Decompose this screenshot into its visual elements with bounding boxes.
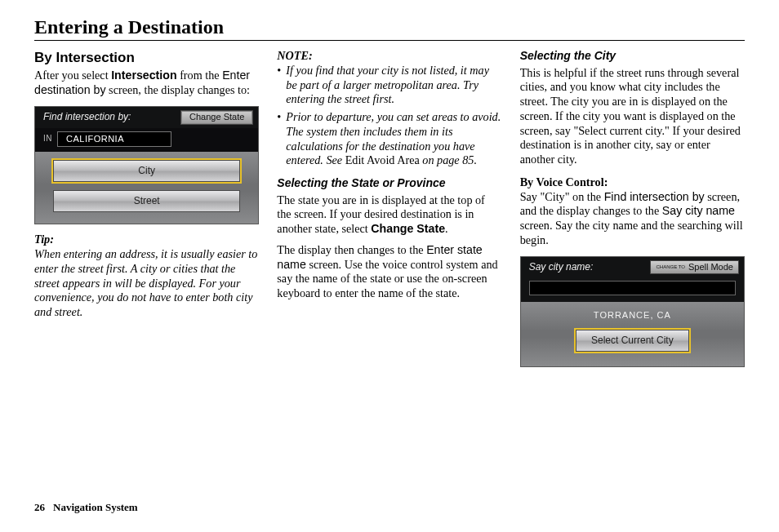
shot1-state-row: IN CALIFORNIA	[35, 128, 258, 153]
text: from the	[177, 69, 223, 82]
title-rule	[34, 40, 745, 41]
t: The display then changes to the	[277, 243, 426, 256]
footer-section-name: Navigation System	[53, 501, 138, 513]
heading-select-state: Selecting the State or Province	[277, 176, 501, 191]
current-city-label: TORRANCE, CA	[594, 310, 671, 321]
spell-mode-button[interactable]: CHANGE TO Spell Mode	[650, 260, 739, 275]
shot2-header: Say city name: CHANGE TO Spell Mode	[521, 257, 744, 278]
state-paragraph-1: The state you are in is displayed at the…	[277, 193, 501, 237]
note-text: Prior to departure, you can set areas to…	[286, 110, 501, 168]
note-item-2: Prior to departure, you can set areas to…	[277, 110, 501, 168]
screenshot-say-city: Say city name: CHANGE TO Spell Mode TORR…	[520, 256, 745, 368]
column-3: Selecting the City This is helpful if th…	[520, 49, 745, 372]
column-1: By Intersection After you select Interse…	[34, 49, 259, 372]
in-label: IN	[43, 134, 52, 144]
t: .	[445, 222, 448, 235]
t-sans: Find intersection by	[604, 190, 705, 203]
state-paragraph-2: The display then changes to the Enter st…	[277, 243, 501, 301]
state-value-box[interactable]: CALIFORNIA	[57, 131, 171, 148]
city-paragraph: This is helpful if the street runs throu…	[520, 66, 745, 167]
bvc-paragraph: Say "City" on the Find intersection by s…	[520, 190, 745, 248]
t: screen. Use the voice control system and…	[277, 258, 497, 300]
t: Say "City" on the	[520, 190, 604, 203]
text: screen, the display changes to:	[106, 83, 251, 96]
t: on page 85.	[420, 153, 477, 166]
select-current-city-button[interactable]: Select Current City	[576, 330, 689, 352]
note-list: If you find that your city is not listed…	[277, 64, 501, 168]
t-bold: Change State	[371, 222, 445, 235]
column-2: NOTE: If you find that your city is not …	[277, 49, 501, 372]
shot2-input-row	[521, 277, 744, 302]
shot1-body: City Street	[35, 152, 258, 224]
heading-select-city: Selecting the City	[520, 49, 745, 64]
text: After you select	[34, 69, 111, 82]
change-state-button[interactable]: Change State	[180, 110, 253, 125]
spell-mode-label: Spell Mode	[688, 262, 733, 273]
change-to-label: CHANGE TO	[656, 264, 684, 269]
note-label: NOTE:	[277, 49, 501, 64]
intro-paragraph: After you select Intersection from the E…	[34, 69, 259, 98]
by-voice-control-label: By Voice Control:	[520, 175, 745, 190]
city-name-input[interactable]	[529, 281, 736, 295]
shot2-title: Say city name:	[529, 261, 644, 273]
city-button[interactable]: City	[53, 160, 240, 182]
note-item-1: If you find that your city is not listed…	[277, 64, 501, 107]
t: screen. Say the city name and the search…	[520, 219, 743, 246]
text-bold: Intersection	[111, 69, 176, 82]
page-title: Entering a Destination	[34, 16, 745, 38]
note-text: If you find that your city is not listed…	[286, 64, 501, 107]
heading-by-intersection: By Intersection	[34, 49, 259, 66]
screenshot-find-intersection: Find intersection by: Change State IN CA…	[34, 106, 259, 225]
t-nonitalic: Edit Avoid Area	[345, 153, 420, 166]
shot1-header: Find intersection by: Change State	[35, 107, 258, 128]
tip-body: When entering an address, it is usually …	[34, 247, 259, 320]
tip-label: Tip:	[34, 233, 259, 247]
footer-page-number: 26	[34, 501, 45, 513]
shot2-body: TORRANCE, CA Select Current City	[521, 302, 744, 366]
street-button[interactable]: Street	[53, 190, 240, 212]
t-sans: Say city name	[662, 204, 735, 217]
page-footer: 26Navigation System	[34, 501, 138, 514]
shot1-title: Find intersection by:	[43, 111, 174, 123]
